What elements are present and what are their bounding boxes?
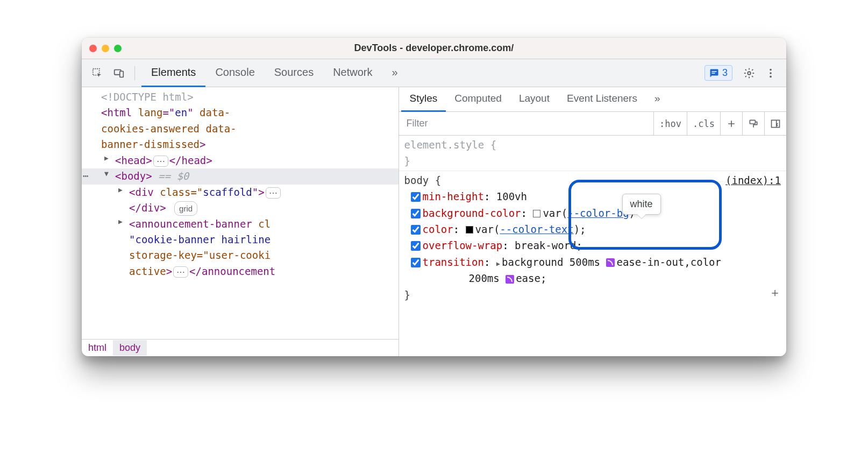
expand-icon[interactable]: ▶ <box>118 216 123 227</box>
ease-swatch-icon[interactable] <box>606 258 615 267</box>
tab-event-listeners[interactable]: Event Listeners <box>558 87 646 112</box>
svg-rect-2 <box>120 71 123 77</box>
decl-min-height[interactable]: min-height: 100vh <box>404 188 781 204</box>
filter-input[interactable] <box>399 112 654 135</box>
issues-icon <box>709 68 719 78</box>
svg-point-7 <box>770 72 772 74</box>
decl-checkbox[interactable] <box>411 225 421 235</box>
ease-swatch-icon[interactable] <box>506 275 514 284</box>
content-area: <!DOCTYPE html> <html lang="en" data- co… <box>82 87 786 356</box>
cls-toggle[interactable]: .cls <box>687 112 720 135</box>
toolbar-separator <box>134 66 135 80</box>
color-swatch-black[interactable] <box>466 226 473 234</box>
issues-count: 3 <box>722 67 728 79</box>
dom-ann-l4[interactable]: active>⋯</announcement <box>82 264 399 279</box>
svg-rect-10 <box>772 120 780 127</box>
subtabs-overflow[interactable]: » <box>646 87 669 112</box>
collapsed-icon[interactable]: ⋯ <box>173 266 188 278</box>
window-title: DevTools - developer.chrome.com/ <box>82 43 786 54</box>
tabs-overflow[interactable]: » <box>382 59 408 87</box>
tab-layout[interactable]: Layout <box>510 87 558 112</box>
dom-div-scaffold[interactable]: ▶<div class="scaffold">⋯ <box>82 185 399 200</box>
dom-tree[interactable]: <!DOCTYPE html> <html lang="en" data- co… <box>82 87 399 339</box>
computed-sidebar-icon[interactable] <box>764 112 786 135</box>
tab-sources[interactable]: Sources <box>265 59 323 87</box>
styles-panel: Styles Computed Layout Event Listeners »… <box>399 87 787 356</box>
tab-styles[interactable]: Styles <box>401 87 446 112</box>
breadcrumb: html body <box>82 339 399 356</box>
add-declaration-icon[interactable]: ＋ <box>769 283 781 302</box>
svg-point-8 <box>770 75 772 77</box>
decl-checkbox[interactable] <box>411 258 421 267</box>
issues-button[interactable]: 3 <box>705 65 732 81</box>
color-swatch-white[interactable] <box>533 210 540 217</box>
svg-rect-9 <box>750 120 755 124</box>
decl-background-color[interactable]: background-color: var(--color-bg) <box>404 205 781 221</box>
collapsed-icon[interactable]: ⋯ <box>153 156 168 167</box>
decl-overflow-wrap[interactable]: overflow-wrap: break-word; <box>404 237 781 253</box>
shorthand-expand-icon[interactable]: ▶ <box>496 260 500 267</box>
dom-html-l3[interactable]: banner-dismissed> <box>82 137 399 152</box>
main-tabs: Elements Console Sources Network » <box>141 59 408 87</box>
decl-checkbox[interactable] <box>411 209 421 218</box>
expand-icon[interactable]: ▶ <box>118 185 123 195</box>
svg-point-5 <box>748 72 751 75</box>
settings-icon[interactable] <box>740 64 758 82</box>
dom-doctype[interactable]: <!DOCTYPE html> <box>82 89 399 105</box>
device-toolbar-icon[interactable] <box>110 64 128 82</box>
decl-transition[interactable]: transition: ▶background 500ms ease-in-ou… <box>404 254 781 270</box>
tab-computed[interactable]: Computed <box>446 87 510 112</box>
decl-transition-cont[interactable]: 200ms ease; <box>404 270 781 286</box>
dom-announcement[interactable]: ▶<announcement-banner cl <box>82 216 399 232</box>
tab-network[interactable]: Network <box>323 59 382 87</box>
decl-color[interactable]: color: var(--color-text); <box>404 221 781 237</box>
titlebar: DevTools - developer.chrome.com/ <box>82 38 786 59</box>
dom-div-close[interactable]: </div> grid <box>82 200 399 216</box>
element-style-rule[interactable]: element.style { } <box>399 136 787 171</box>
decl-checkbox[interactable] <box>411 241 421 251</box>
grid-badge[interactable]: grid <box>174 201 197 216</box>
breadcrumb-body[interactable]: body <box>113 340 147 356</box>
source-link[interactable]: (index):1 <box>725 172 781 188</box>
svg-rect-3 <box>712 71 716 72</box>
styles-sub-tabs: Styles Computed Layout Event Listeners » <box>399 87 787 112</box>
collapse-icon[interactable]: ▼ <box>104 168 109 179</box>
decl-checkbox[interactable] <box>411 192 421 202</box>
value-tooltip: white <box>622 194 661 215</box>
expand-icon[interactable]: ▶ <box>104 153 109 164</box>
main-toolbar: Elements Console Sources Network » 3 <box>82 59 786 87</box>
new-style-rule-icon[interactable] <box>720 112 742 135</box>
svg-rect-4 <box>712 73 715 74</box>
css-rules: element.style { } body { (index):1 min-h… <box>399 136 787 356</box>
tab-console[interactable]: Console <box>205 59 264 87</box>
dom-ann-l3[interactable]: storage-key="user-cooki <box>82 248 399 263</box>
paint-icon[interactable] <box>742 112 764 135</box>
collapsed-icon[interactable]: ⋯ <box>266 187 281 199</box>
devtools-window: DevTools - developer.chrome.com/ Element… <box>82 38 786 356</box>
dom-head[interactable]: ▶<head>⋯</head> <box>82 153 399 168</box>
inspect-element-icon[interactable] <box>88 64 106 82</box>
dom-body-selected[interactable]: ▼<body> == $0 <box>82 168 399 184</box>
body-rule[interactable]: body { (index):1 min-height: 100vh backg… <box>399 171 787 304</box>
var-link-color-bg[interactable]: --color-bg <box>567 207 629 219</box>
tab-elements[interactable]: Elements <box>141 59 205 87</box>
dom-panel: <!DOCTYPE html> <html lang="en" data- co… <box>82 87 399 356</box>
var-link-color-text[interactable]: --color-text <box>500 223 573 235</box>
kebab-menu-icon[interactable] <box>762 64 780 82</box>
dom-ann-l2[interactable]: "cookie-banner hairline <box>82 232 399 248</box>
breadcrumb-html[interactable]: html <box>82 340 113 356</box>
dom-html-l2[interactable]: cookies-answered data- <box>82 121 399 137</box>
filter-bar: :hov .cls <box>399 112 787 136</box>
svg-point-6 <box>770 68 772 70</box>
hov-toggle[interactable]: :hov <box>653 112 687 135</box>
dom-html-open[interactable]: <html lang="en" data- <box>82 105 399 121</box>
